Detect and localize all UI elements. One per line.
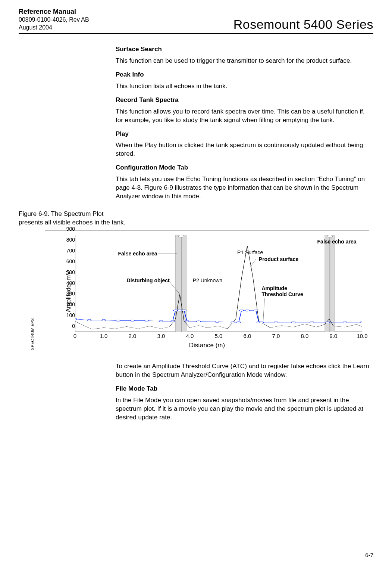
anno-atc-line2: Threshold Curve (262, 291, 303, 297)
anno-p2-unknown: P2 Unknown (193, 277, 222, 283)
anno-product-surface: Product surface (259, 256, 299, 262)
y-tick: 700 (60, 248, 75, 254)
header-left-block: Reference Manual 00809-0100-4026, Rev AB… (19, 7, 89, 32)
para-record-tank-spectra: This function allows you to record tank … (116, 108, 373, 125)
spectrum-chart: SPECTRUM.EPS Amplitude, mV 0 100 200 300… (45, 230, 369, 353)
product-title: Rosemount 5400 Series (233, 17, 373, 32)
x-tick: 0 (73, 333, 76, 339)
x-tick: 10.0 (357, 333, 367, 339)
para-play: When the Play button is clicked the tank… (116, 141, 373, 158)
para-atc: To create an Amplitude Threshold Curve (… (116, 362, 373, 379)
svg-line-37 (263, 298, 264, 322)
x-tick: 2.0 (129, 333, 137, 339)
x-tick: 5.0 (215, 333, 223, 339)
heading-peak-info: Peak Info (116, 71, 373, 79)
body-content-after-figure: To create an Amplitude Threshold Curve (… (116, 362, 373, 422)
y-tick: 600 (60, 258, 75, 264)
x-tick: 3.0 (157, 333, 165, 339)
heading-config-mode-tab: Configuration Mode Tab (116, 164, 373, 172)
manual-title: Reference Manual (19, 7, 89, 16)
anno-p1-surface: P1 Surface (237, 249, 263, 255)
page-number: 6-7 (365, 552, 373, 558)
y-tick: 800 (60, 237, 75, 243)
heading-play: Play (116, 130, 373, 139)
y-tick: 100 (60, 312, 75, 318)
heading-file-mode-tab: File Mode Tab (116, 385, 373, 393)
x-tick: 6.0 (244, 333, 251, 339)
x-tick: 4.0 (186, 333, 194, 339)
x-axis-label: Distance (m) (45, 342, 369, 349)
para-config-mode-tab: This tab lets you use the Echo Tuning fu… (116, 175, 373, 201)
x-tick: 1.0 (100, 333, 108, 339)
y-tick: 0 (60, 323, 75, 329)
figure-caption: Figure 6-9. The Spectrum Plot presents a… (19, 210, 127, 227)
svg-line-34 (169, 281, 180, 294)
y-axis: 0 100 200 300 400 500 600 700 800 900 (64, 235, 75, 332)
y-tick: 200 (60, 301, 75, 307)
y-tick: 300 (60, 291, 75, 297)
heading-surface-search: Surface Search (116, 45, 373, 54)
para-file-mode-tab: In the File Mode you can open saved snap… (116, 396, 373, 422)
y-tick: 500 (60, 269, 75, 275)
x-tick: 7.0 (272, 333, 280, 339)
x-axis: 0 1.0 2.0 3.0 4.0 5.0 6.0 7.0 8.0 9.0 10… (75, 333, 362, 339)
anno-atc-line1: Amplitude (262, 285, 287, 291)
body-content: Surface Search This function can be used… (116, 45, 373, 201)
x-tick: 9.0 (330, 333, 338, 339)
anno-false-echo-left: False echo area (118, 251, 157, 257)
doc-date: August 2004 (19, 24, 89, 32)
eps-label: SPECTRUM.EPS (31, 318, 35, 350)
svg-line-35 (250, 259, 256, 267)
heading-record-tank-spectra: Record Tank Spectra (116, 96, 373, 105)
x-tick: 8.0 (301, 333, 309, 339)
para-surface-search: This function can be used to trigger the… (116, 57, 373, 65)
doc-number: 00809-0100-4026, Rev AB (19, 16, 89, 24)
plot-area: False echo area Disturbing object P2 Unk… (75, 235, 362, 332)
page-header: Reference Manual 00809-0100-4026, Rev AB… (19, 7, 373, 34)
y-tick: 900 (60, 226, 75, 232)
y-tick: 400 (60, 280, 75, 286)
anno-disturbing-object: Disturbing object (127, 277, 170, 283)
para-peak-info: This function lists all echoes in the ta… (116, 82, 373, 91)
anno-false-echo-right: False echo area (317, 239, 357, 245)
